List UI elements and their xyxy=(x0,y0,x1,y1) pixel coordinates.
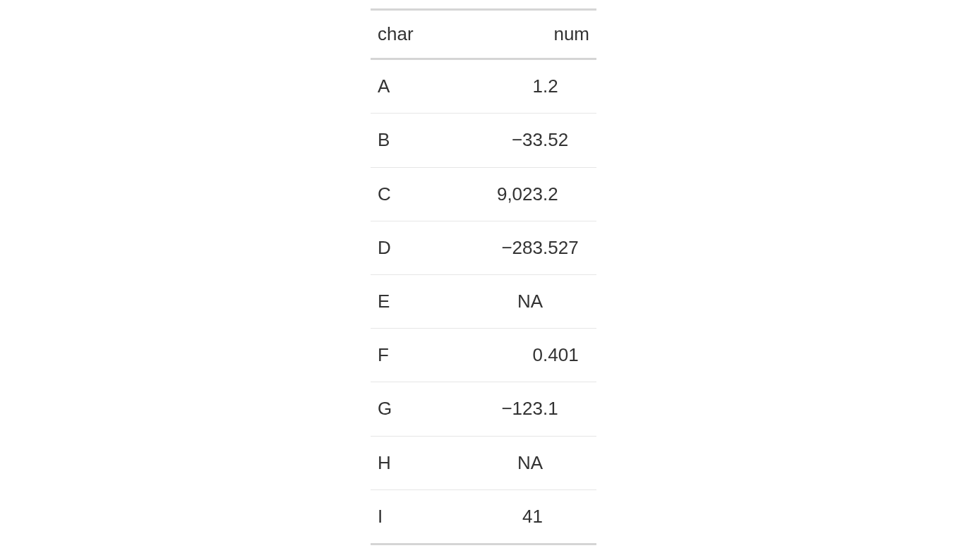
cell-char: C xyxy=(371,167,443,221)
cell-char: I xyxy=(371,489,443,544)
table-row: F 0.401 xyxy=(371,329,596,382)
data-table: char num A 1.2 B −33.52 C 9,023.2 D −283… xyxy=(371,8,596,545)
cell-num: −283.527 xyxy=(443,221,596,274)
table-row: E NA xyxy=(371,274,596,328)
cell-char: F xyxy=(371,329,443,382)
cell-num: 41 xyxy=(443,489,596,544)
cell-char: E xyxy=(371,274,443,328)
table-row: C 9,023.2 xyxy=(371,167,596,221)
cell-num: 9,023.2 xyxy=(443,167,596,221)
cell-char: A xyxy=(371,59,443,114)
cell-char: B xyxy=(371,114,443,167)
col-header-char: char xyxy=(371,10,443,59)
table-header-row: char num xyxy=(371,10,596,59)
cell-num: −123.1 xyxy=(443,382,596,436)
col-header-num: num xyxy=(443,10,596,59)
table-row: B −33.52 xyxy=(371,114,596,167)
table-row: D −283.527 xyxy=(371,221,596,274)
cell-num: 0.401 xyxy=(443,329,596,382)
cell-num: 1.2 xyxy=(443,59,596,114)
table-row: H NA xyxy=(371,436,596,489)
cell-num: NA xyxy=(443,436,596,489)
cell-num: NA xyxy=(443,274,596,328)
table-row: I 41 xyxy=(371,489,596,544)
cell-char: D xyxy=(371,221,443,274)
cell-char: H xyxy=(371,436,443,489)
table-row: A 1.2 xyxy=(371,59,596,114)
cell-num: −33.52 xyxy=(443,114,596,167)
table-row: G −123.1 xyxy=(371,382,596,436)
cell-char: G xyxy=(371,382,443,436)
